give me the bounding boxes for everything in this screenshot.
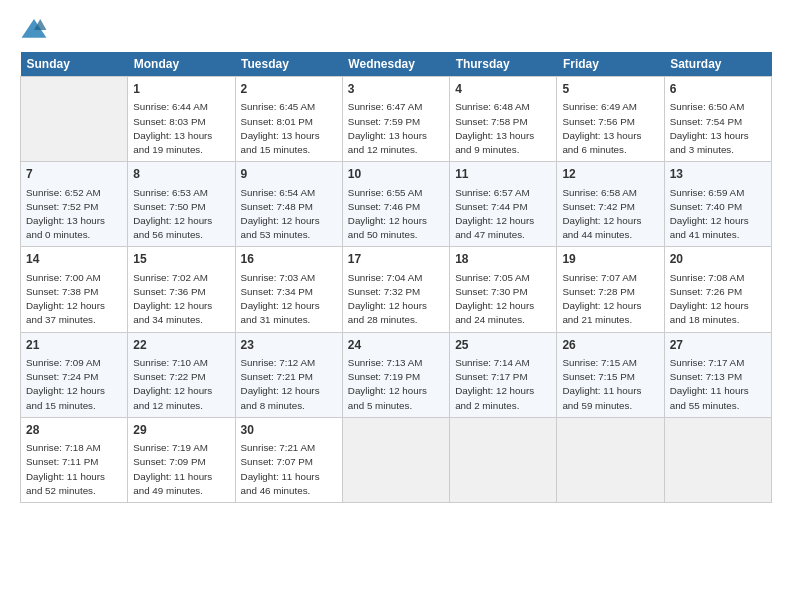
day-number: 24 xyxy=(348,337,444,354)
day-number: 7 xyxy=(26,166,122,183)
day-info: Sunrise: 6:59 AM Sunset: 7:40 PM Dayligh… xyxy=(670,186,766,243)
day-cell xyxy=(342,417,449,502)
day-cell: 27Sunrise: 7:17 AM Sunset: 7:13 PM Dayli… xyxy=(664,332,771,417)
weekday-header-thursday: Thursday xyxy=(450,52,557,77)
day-number: 8 xyxy=(133,166,229,183)
day-cell: 13Sunrise: 6:59 AM Sunset: 7:40 PM Dayli… xyxy=(664,162,771,247)
day-number: 2 xyxy=(241,81,337,98)
day-cell: 14Sunrise: 7:00 AM Sunset: 7:38 PM Dayli… xyxy=(21,247,128,332)
day-cell: 29Sunrise: 7:19 AM Sunset: 7:09 PM Dayli… xyxy=(128,417,235,502)
weekday-header-row: SundayMondayTuesdayWednesdayThursdayFrid… xyxy=(21,52,772,77)
day-cell: 1Sunrise: 6:44 AM Sunset: 8:03 PM Daylig… xyxy=(128,77,235,162)
week-row-1: 1Sunrise: 6:44 AM Sunset: 8:03 PM Daylig… xyxy=(21,77,772,162)
day-cell: 3Sunrise: 6:47 AM Sunset: 7:59 PM Daylig… xyxy=(342,77,449,162)
day-info: Sunrise: 7:05 AM Sunset: 7:30 PM Dayligh… xyxy=(455,271,551,328)
day-number: 25 xyxy=(455,337,551,354)
day-number: 22 xyxy=(133,337,229,354)
day-number: 6 xyxy=(670,81,766,98)
day-cell: 5Sunrise: 6:49 AM Sunset: 7:56 PM Daylig… xyxy=(557,77,664,162)
day-cell xyxy=(450,417,557,502)
week-row-4: 21Sunrise: 7:09 AM Sunset: 7:24 PM Dayli… xyxy=(21,332,772,417)
day-cell: 20Sunrise: 7:08 AM Sunset: 7:26 PM Dayli… xyxy=(664,247,771,332)
day-info: Sunrise: 6:57 AM Sunset: 7:44 PM Dayligh… xyxy=(455,186,551,243)
day-cell xyxy=(557,417,664,502)
day-number: 15 xyxy=(133,251,229,268)
day-info: Sunrise: 7:15 AM Sunset: 7:15 PM Dayligh… xyxy=(562,356,658,413)
day-info: Sunrise: 6:58 AM Sunset: 7:42 PM Dayligh… xyxy=(562,186,658,243)
day-number: 23 xyxy=(241,337,337,354)
day-cell: 11Sunrise: 6:57 AM Sunset: 7:44 PM Dayli… xyxy=(450,162,557,247)
day-info: Sunrise: 7:14 AM Sunset: 7:17 PM Dayligh… xyxy=(455,356,551,413)
day-cell: 19Sunrise: 7:07 AM Sunset: 7:28 PM Dayli… xyxy=(557,247,664,332)
day-number: 27 xyxy=(670,337,766,354)
day-cell: 9Sunrise: 6:54 AM Sunset: 7:48 PM Daylig… xyxy=(235,162,342,247)
day-cell: 26Sunrise: 7:15 AM Sunset: 7:15 PM Dayli… xyxy=(557,332,664,417)
day-number: 9 xyxy=(241,166,337,183)
weekday-header-sunday: Sunday xyxy=(21,52,128,77)
day-info: Sunrise: 7:00 AM Sunset: 7:38 PM Dayligh… xyxy=(26,271,122,328)
day-info: Sunrise: 6:54 AM Sunset: 7:48 PM Dayligh… xyxy=(241,186,337,243)
day-number: 13 xyxy=(670,166,766,183)
day-info: Sunrise: 6:55 AM Sunset: 7:46 PM Dayligh… xyxy=(348,186,444,243)
day-info: Sunrise: 7:02 AM Sunset: 7:36 PM Dayligh… xyxy=(133,271,229,328)
day-cell: 7Sunrise: 6:52 AM Sunset: 7:52 PM Daylig… xyxy=(21,162,128,247)
day-cell: 8Sunrise: 6:53 AM Sunset: 7:50 PM Daylig… xyxy=(128,162,235,247)
day-info: Sunrise: 7:10 AM Sunset: 7:22 PM Dayligh… xyxy=(133,356,229,413)
day-cell: 21Sunrise: 7:09 AM Sunset: 7:24 PM Dayli… xyxy=(21,332,128,417)
day-info: Sunrise: 7:12 AM Sunset: 7:21 PM Dayligh… xyxy=(241,356,337,413)
day-cell: 6Sunrise: 6:50 AM Sunset: 7:54 PM Daylig… xyxy=(664,77,771,162)
page-header xyxy=(20,16,772,44)
day-cell: 23Sunrise: 7:12 AM Sunset: 7:21 PM Dayli… xyxy=(235,332,342,417)
day-info: Sunrise: 7:09 AM Sunset: 7:24 PM Dayligh… xyxy=(26,356,122,413)
day-cell: 10Sunrise: 6:55 AM Sunset: 7:46 PM Dayli… xyxy=(342,162,449,247)
day-number: 28 xyxy=(26,422,122,439)
day-number: 14 xyxy=(26,251,122,268)
weekday-header-tuesday: Tuesday xyxy=(235,52,342,77)
day-cell: 24Sunrise: 7:13 AM Sunset: 7:19 PM Dayli… xyxy=(342,332,449,417)
day-number: 18 xyxy=(455,251,551,268)
day-cell: 4Sunrise: 6:48 AM Sunset: 7:58 PM Daylig… xyxy=(450,77,557,162)
day-info: Sunrise: 6:52 AM Sunset: 7:52 PM Dayligh… xyxy=(26,186,122,243)
day-number: 1 xyxy=(133,81,229,98)
page-container: SundayMondayTuesdayWednesdayThursdayFrid… xyxy=(0,0,792,513)
week-row-3: 14Sunrise: 7:00 AM Sunset: 7:38 PM Dayli… xyxy=(21,247,772,332)
day-cell: 17Sunrise: 7:04 AM Sunset: 7:32 PM Dayli… xyxy=(342,247,449,332)
weekday-header-wednesday: Wednesday xyxy=(342,52,449,77)
day-number: 3 xyxy=(348,81,444,98)
day-number: 21 xyxy=(26,337,122,354)
week-row-5: 28Sunrise: 7:18 AM Sunset: 7:11 PM Dayli… xyxy=(21,417,772,502)
day-number: 12 xyxy=(562,166,658,183)
day-info: Sunrise: 7:13 AM Sunset: 7:19 PM Dayligh… xyxy=(348,356,444,413)
weekday-header-monday: Monday xyxy=(128,52,235,77)
day-info: Sunrise: 7:04 AM Sunset: 7:32 PM Dayligh… xyxy=(348,271,444,328)
day-info: Sunrise: 6:45 AM Sunset: 8:01 PM Dayligh… xyxy=(241,100,337,157)
day-info: Sunrise: 6:47 AM Sunset: 7:59 PM Dayligh… xyxy=(348,100,444,157)
day-info: Sunrise: 7:18 AM Sunset: 7:11 PM Dayligh… xyxy=(26,441,122,498)
day-number: 26 xyxy=(562,337,658,354)
logo-icon xyxy=(20,16,48,44)
weekday-header-friday: Friday xyxy=(557,52,664,77)
day-info: Sunrise: 7:21 AM Sunset: 7:07 PM Dayligh… xyxy=(241,441,337,498)
day-info: Sunrise: 6:50 AM Sunset: 7:54 PM Dayligh… xyxy=(670,100,766,157)
logo xyxy=(20,16,52,44)
day-cell: 25Sunrise: 7:14 AM Sunset: 7:17 PM Dayli… xyxy=(450,332,557,417)
day-number: 30 xyxy=(241,422,337,439)
day-number: 4 xyxy=(455,81,551,98)
day-info: Sunrise: 6:48 AM Sunset: 7:58 PM Dayligh… xyxy=(455,100,551,157)
calendar-table: SundayMondayTuesdayWednesdayThursdayFrid… xyxy=(20,52,772,503)
week-row-2: 7Sunrise: 6:52 AM Sunset: 7:52 PM Daylig… xyxy=(21,162,772,247)
day-cell xyxy=(21,77,128,162)
day-info: Sunrise: 7:08 AM Sunset: 7:26 PM Dayligh… xyxy=(670,271,766,328)
day-cell: 2Sunrise: 6:45 AM Sunset: 8:01 PM Daylig… xyxy=(235,77,342,162)
day-info: Sunrise: 7:19 AM Sunset: 7:09 PM Dayligh… xyxy=(133,441,229,498)
day-cell: 30Sunrise: 7:21 AM Sunset: 7:07 PM Dayli… xyxy=(235,417,342,502)
day-info: Sunrise: 6:53 AM Sunset: 7:50 PM Dayligh… xyxy=(133,186,229,243)
weekday-header-saturday: Saturday xyxy=(664,52,771,77)
day-info: Sunrise: 6:49 AM Sunset: 7:56 PM Dayligh… xyxy=(562,100,658,157)
day-cell: 12Sunrise: 6:58 AM Sunset: 7:42 PM Dayli… xyxy=(557,162,664,247)
day-number: 11 xyxy=(455,166,551,183)
day-number: 5 xyxy=(562,81,658,98)
day-number: 10 xyxy=(348,166,444,183)
day-info: Sunrise: 7:03 AM Sunset: 7:34 PM Dayligh… xyxy=(241,271,337,328)
day-cell: 18Sunrise: 7:05 AM Sunset: 7:30 PM Dayli… xyxy=(450,247,557,332)
